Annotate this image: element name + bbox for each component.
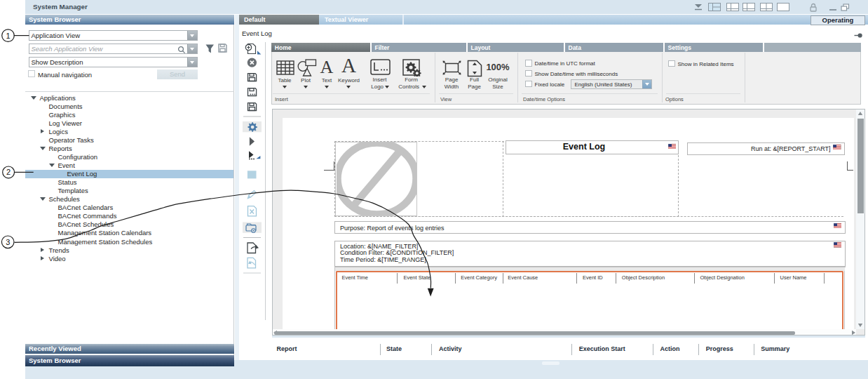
svg-text:3: 3 <box>6 238 10 246</box>
svg-text:1: 1 <box>6 32 10 40</box>
svg-text:2: 2 <box>6 168 11 176</box>
